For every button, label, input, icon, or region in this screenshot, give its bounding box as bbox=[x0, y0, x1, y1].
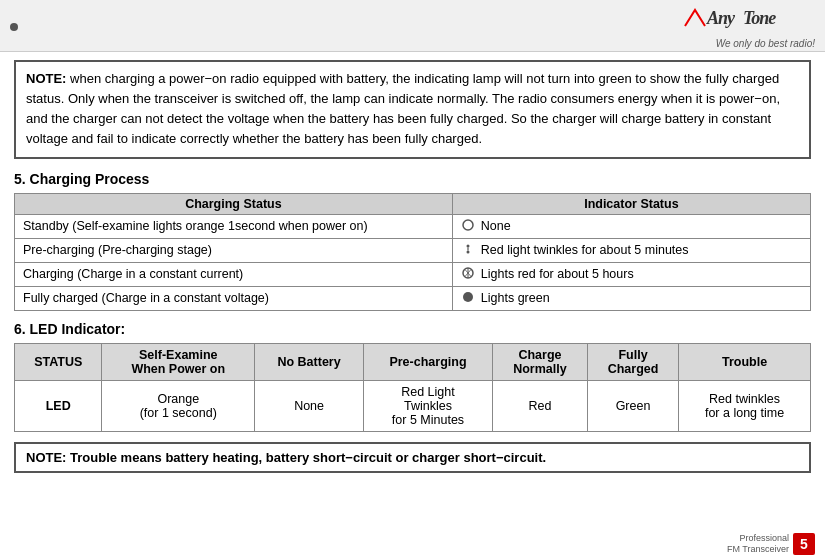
note2-text: Trouble means battery heating, battery s… bbox=[66, 450, 546, 465]
charging-indicator-3: Lights green bbox=[452, 286, 810, 310]
svg-text:Tone: Tone bbox=[743, 8, 776, 28]
footer-line1: Professional bbox=[727, 533, 789, 545]
svg-point-4 bbox=[466, 250, 469, 253]
note-box-1: NOTE: when charging a power−on radio equ… bbox=[14, 60, 811, 159]
led-cell-1: None bbox=[255, 380, 364, 431]
svg-point-2 bbox=[463, 220, 473, 230]
led-header-5: Fully Charged bbox=[587, 343, 678, 380]
charging-indicator-0: None bbox=[452, 214, 810, 238]
charging-col1-header: Charging Status bbox=[15, 193, 453, 214]
charging-status-3: Fully charged (Charge in a constant volt… bbox=[15, 286, 453, 310]
charging-table: Charging Status Indicator Status Standby… bbox=[14, 193, 811, 311]
section5-heading: 5. Charging Process bbox=[14, 171, 811, 187]
led-cell-0: Orange (for 1 second) bbox=[102, 380, 255, 431]
note-box-2: NOTE: Trouble means battery heating, bat… bbox=[14, 442, 811, 473]
logo-text: Any Tone bbox=[675, 4, 815, 38]
logo-area: Any Tone We only do best radio! bbox=[675, 4, 815, 49]
charging-icon-0 bbox=[461, 218, 475, 235]
charging-status-0: Standby (Self-examine lights orange 1sec… bbox=[15, 214, 453, 238]
logo-tagline: We only do best radio! bbox=[716, 38, 815, 49]
page-header: Any Tone We only do best radio! bbox=[0, 0, 825, 52]
charging-status-2: Charging (Charge in a constant current) bbox=[15, 262, 453, 286]
main-content: NOTE: when charging a power−on radio equ… bbox=[0, 52, 825, 481]
footer-line2: FM Transceiver bbox=[727, 544, 789, 556]
led-header-3: Pre-charging bbox=[364, 343, 493, 380]
note2-label: NOTE: bbox=[26, 450, 66, 465]
led-table: STATUSSelf-Examine When Power onNo Batte… bbox=[14, 343, 811, 432]
led-header-4: Charge Normally bbox=[492, 343, 587, 380]
footer-text: Professional FM Transceiver bbox=[727, 533, 789, 556]
led-header-1: Self-Examine When Power on bbox=[102, 343, 255, 380]
footer-page-number: 5 bbox=[793, 533, 815, 555]
led-header-2: No Battery bbox=[255, 343, 364, 380]
charging-icon-3 bbox=[461, 290, 475, 307]
header-dot bbox=[10, 23, 18, 31]
charging-indicator-2: Lights red for about 5 hours bbox=[452, 262, 810, 286]
charging-icon-1 bbox=[461, 242, 475, 259]
charging-indicator-1: Red light twinkles for about 5 minutes bbox=[452, 238, 810, 262]
charging-icon-2 bbox=[461, 266, 475, 283]
section6-heading: 6. LED Indicator: bbox=[14, 321, 811, 337]
led-cell-2: Red Light Twinkles for 5 Minutes bbox=[364, 380, 493, 431]
svg-point-3 bbox=[466, 244, 469, 247]
svg-text:Any: Any bbox=[706, 8, 736, 28]
led-cell-3: Red bbox=[492, 380, 587, 431]
led-cell-5: Red twinkles for a long time bbox=[679, 380, 811, 431]
footer: Professional FM Transceiver 5 bbox=[727, 533, 815, 556]
charging-col2-header: Indicator Status bbox=[452, 193, 810, 214]
led-row-label: LED bbox=[15, 380, 102, 431]
svg-point-10 bbox=[463, 292, 473, 302]
note1-label: NOTE: bbox=[26, 71, 66, 86]
charging-status-1: Pre-charging (Pre-charging stage) bbox=[15, 238, 453, 262]
led-cell-4: Green bbox=[587, 380, 678, 431]
led-header-6: Trouble bbox=[679, 343, 811, 380]
note1-text: when charging a power−on radio equipped … bbox=[26, 71, 780, 146]
led-header-0: STATUS bbox=[15, 343, 102, 380]
